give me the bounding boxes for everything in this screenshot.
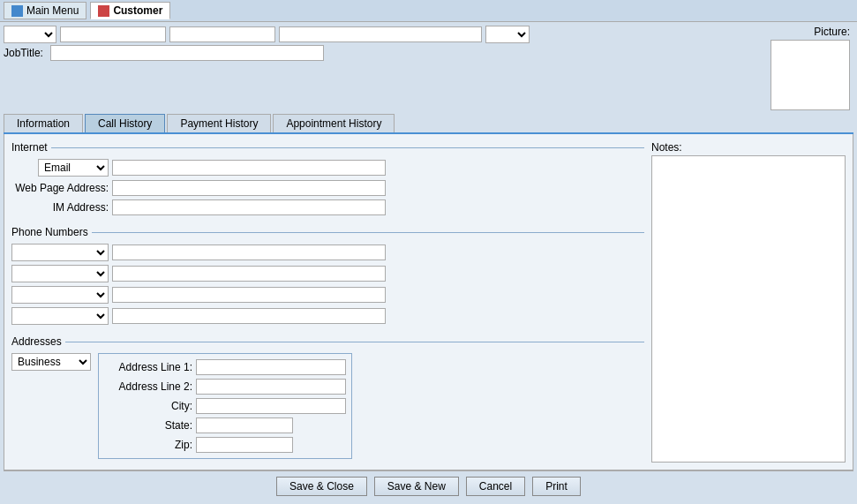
im-row: IM Address: <box>11 199 644 215</box>
last-name-input[interactable] <box>279 26 482 42</box>
email-type-dropdown[interactable]: Email <box>38 159 109 177</box>
addr-state-input[interactable] <box>196 417 293 433</box>
internet-section-line <box>51 147 644 148</box>
customer-icon <box>98 5 109 17</box>
address-type-dropdown[interactable]: Business Home Other <box>11 353 91 371</box>
im-label: IM Address: <box>11 201 109 214</box>
picture-box <box>771 40 850 110</box>
phone-row-3 <box>11 286 644 304</box>
notes-textarea[interactable] <box>651 155 846 463</box>
addr-city-label: City: <box>104 400 192 412</box>
email-label-container: Email <box>11 159 109 177</box>
addr-line1-label: Address Line 1: <box>104 361 192 373</box>
notes-section: Notes: <box>651 141 846 463</box>
phone-input-4[interactable] <box>112 308 386 324</box>
addresses-section: Addresses Business Home Other Address Li… <box>11 335 644 459</box>
tab-appointment-history[interactable]: Appointment History <box>273 114 395 132</box>
webpage-input[interactable] <box>112 180 386 196</box>
internet-section: Internet Email Web Page Address: <box>11 141 644 219</box>
phone-type-2[interactable] <box>11 265 109 282</box>
phone-type-1[interactable] <box>11 244 109 261</box>
bottom-bar: Save & Close Save & New Cancel Print <box>4 470 853 501</box>
addr-line2-label: Address Line 2: <box>104 380 192 393</box>
suffix-dropdown[interactable] <box>485 26 530 43</box>
phone-row-2 <box>11 265 644 282</box>
tab-content: Internet Email Web Page Address: <box>4 134 853 470</box>
customer-tab[interactable]: Customer <box>90 2 170 19</box>
picture-area: Picture: <box>771 26 850 110</box>
addr-city-row: City: <box>104 398 346 414</box>
middle-name-input[interactable] <box>169 26 275 42</box>
phone-section-line <box>92 232 644 233</box>
phone-section: Phone Numbers <box>11 226 644 328</box>
addr-line2-input[interactable] <box>196 379 346 395</box>
email-row: Email <box>11 159 644 177</box>
jobtitle-input[interactable] <box>50 45 324 61</box>
phone-input-3[interactable] <box>112 287 386 303</box>
addr-state-label: State: <box>104 419 192 432</box>
addr-line1-input[interactable] <box>196 359 346 375</box>
webpage-row: Web Page Address: <box>11 180 644 196</box>
print-button[interactable]: Print <box>532 477 581 496</box>
addresses-section-title: Addresses <box>11 335 62 348</box>
webpage-label: Web Page Address: <box>11 182 109 194</box>
jobtitle-label: JobTitle: <box>4 47 43 59</box>
customer-label: Customer <box>113 4 162 17</box>
email-input[interactable] <box>112 160 386 176</box>
phone-type-4[interactable] <box>11 307 109 325</box>
phone-row-4 <box>11 307 644 325</box>
tab-payment-history[interactable]: Payment History <box>167 114 271 132</box>
notes-label: Notes: <box>651 141 846 154</box>
addr-row: Business Home Other Address Line 1: Addr… <box>11 353 644 459</box>
addr-state-row: State: <box>104 417 346 433</box>
phone-section-title: Phone Numbers <box>11 226 88 238</box>
addr-zip-row: Zip: <box>104 437 346 453</box>
addr-line1-row: Address Line 1: <box>104 359 346 375</box>
tab-information[interactable]: Information <box>4 114 83 132</box>
main-menu-icon <box>11 5 23 17</box>
addr-fields: Address Line 1: Address Line 2: City: <box>98 353 352 459</box>
addr-zip-input[interactable] <box>196 437 293 453</box>
phone-input-1[interactable] <box>112 244 386 260</box>
top-fields-row1 <box>4 26 767 43</box>
tab-call-history[interactable]: Call History <box>85 114 165 132</box>
top-row: JobTitle: Picture: <box>4 26 853 110</box>
phone-row-1 <box>11 244 644 261</box>
main-area: JobTitle: Picture: Information Call Hist… <box>0 22 857 504</box>
addr-zip-label: Zip: <box>104 439 192 451</box>
addr-line2-row: Address Line 2: <box>104 379 346 395</box>
name-prefix-dropdown[interactable] <box>4 26 56 43</box>
addresses-section-line <box>65 342 644 342</box>
top-fields-row2: JobTitle: <box>4 45 767 61</box>
title-bar: Main Menu Customer <box>0 0 857 22</box>
tab-left: Internet Email Web Page Address: <box>11 141 644 463</box>
tabs-row: Information Call History Payment History… <box>4 114 853 134</box>
first-name-input[interactable] <box>60 26 166 42</box>
cancel-button[interactable]: Cancel <box>466 477 525 496</box>
main-menu-tab[interactable]: Main Menu <box>4 2 86 19</box>
main-menu-label: Main Menu <box>26 4 79 17</box>
phone-input-2[interactable] <box>112 266 386 282</box>
phone-type-3[interactable] <box>11 286 109 304</box>
internet-section-title: Internet <box>11 141 48 154</box>
im-input[interactable] <box>112 199 386 215</box>
picture-label: Picture: <box>814 26 850 38</box>
top-fields: JobTitle: <box>4 26 767 61</box>
addr-city-input[interactable] <box>196 398 346 414</box>
save-new-button[interactable]: Save & New <box>374 477 459 496</box>
save-close-button[interactable]: Save & Close <box>276 477 367 496</box>
